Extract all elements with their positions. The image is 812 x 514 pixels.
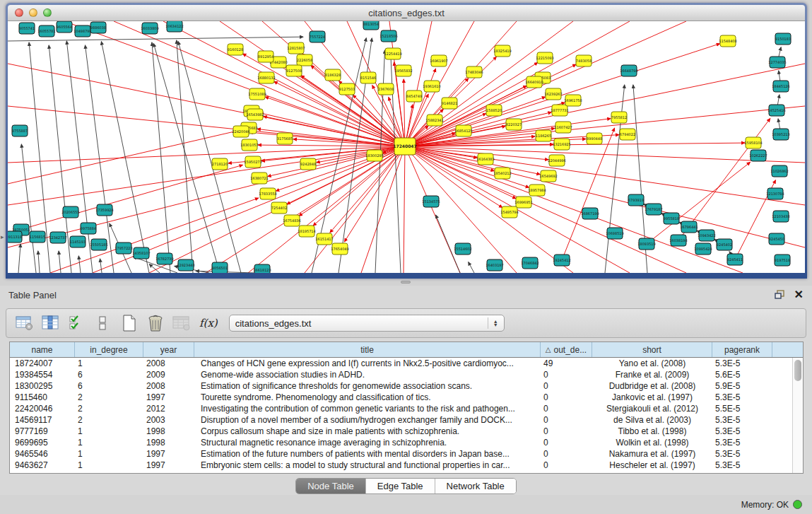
scrollbar-thumb[interactable] xyxy=(794,360,801,381)
column-header-name[interactable]: name xyxy=(10,342,75,357)
column-header-in-degree[interactable]: in_degree xyxy=(75,342,143,357)
tab-edge-table[interactable]: Edge Table xyxy=(366,479,435,493)
graph-node-label: 17483046 xyxy=(465,70,483,74)
window-titlebar[interactable]: citations_edges.txt xyxy=(8,5,805,21)
graph-node-label: 16854125 xyxy=(454,129,472,133)
row-height-button[interactable] xyxy=(92,313,114,334)
table-cell: Dudbridge et al. (2008) xyxy=(592,380,712,392)
table-row[interactable]: 977716911998Corpus callosum shape and si… xyxy=(10,426,803,437)
edge xyxy=(405,146,805,205)
table-vertical-scrollbar[interactable] xyxy=(792,358,803,474)
table-cell: 5.3E-5 xyxy=(712,460,772,471)
graph-node-label: 9160128 xyxy=(228,47,243,52)
column-header-year[interactable]: year xyxy=(143,342,194,357)
split-divider-handle[interactable] xyxy=(401,281,411,284)
graph-node-label: 16038194 xyxy=(669,238,687,243)
graph-node-label: 10498798 xyxy=(73,29,91,33)
column-header-pagerank[interactable]: pagerank xyxy=(712,342,772,357)
window-title: citations_edges.txt xyxy=(368,8,445,18)
graph-node-label: 22420046 xyxy=(232,129,249,134)
column-header-short[interactable]: short xyxy=(592,342,712,357)
graph-node-label: 14525416 xyxy=(767,108,785,112)
show-column-button[interactable] xyxy=(40,313,62,334)
graph-node-label: 15505185 xyxy=(90,243,107,247)
table-row[interactable]: 1938455462009Genome-wide association stu… xyxy=(10,369,803,380)
graph-node-label: 16403197 xyxy=(486,263,503,267)
table-cell: Investigating the contribution of common… xyxy=(194,403,541,414)
table-cell: 0 xyxy=(541,460,592,471)
graph-node-label: 9245411 xyxy=(727,257,743,262)
sort-ascending-icon: △ xyxy=(546,346,551,354)
graph-node-label: 7955812 xyxy=(611,115,627,119)
table-cell: Disruption of a novel member of a sodium… xyxy=(194,414,541,426)
table-cell: 5.3E-5 xyxy=(712,426,772,437)
split-divider[interactable] xyxy=(0,279,812,286)
graph-node-label: 12130784 xyxy=(766,192,784,196)
table-cell: 2 xyxy=(75,403,143,414)
float-panel-icon[interactable] xyxy=(775,290,786,300)
graph-node-label: 8813054 xyxy=(363,22,379,26)
table-cell: 2008 xyxy=(143,380,194,392)
graph-node-label: 18093519 xyxy=(637,242,655,246)
table-cell: 5.3E-5 xyxy=(712,448,772,460)
table-settings-button[interactable] xyxy=(13,313,36,334)
zoom-window-button[interactable] xyxy=(43,8,52,17)
table-cell: Hescheler et al. (1997) xyxy=(592,460,712,471)
column-header-out-degree[interactable]: △ out_de... xyxy=(541,342,592,357)
graph-node-label: 15134575 xyxy=(422,199,440,204)
graph-node-label: 16618123 xyxy=(253,268,271,272)
table-cell: 1998 xyxy=(143,437,194,448)
minimize-window-button[interactable] xyxy=(29,8,37,17)
table-row[interactable]: 1456911722003Disruption of a novel membe… xyxy=(10,414,803,426)
delete-table-button-disabled xyxy=(170,313,193,334)
table-row[interactable]: 1830029562008Estimation of significance … xyxy=(10,380,803,392)
graph-node-label: 18777731 xyxy=(551,108,568,112)
graph-node-label: 16380721 xyxy=(250,176,268,180)
function-builder-button[interactable]: f(x) xyxy=(199,317,218,329)
graph-node-label: 17679187 xyxy=(645,207,662,211)
table-source-dropdown[interactable]: citations_edges.txt ▲▼ xyxy=(229,315,505,332)
table-cell: 1997 xyxy=(143,392,194,403)
edge xyxy=(305,146,405,273)
graph-node-label: 16782739 xyxy=(155,257,173,261)
delete-trash-button[interactable] xyxy=(144,313,167,334)
panel-collapse-arrow-icon[interactable]: ▸ xyxy=(1,233,4,240)
table-row[interactable]: 946362711997Embryonic stem cells: a mode… xyxy=(10,460,803,471)
close-panel-icon[interactable]: ✕ xyxy=(794,289,804,300)
edge xyxy=(299,146,405,216)
table-cell: Corpus callosum shape and size in male p… xyxy=(194,426,541,437)
table-row[interactable]: 2242004622012Investigating the contribut… xyxy=(10,403,803,414)
edge xyxy=(405,146,540,175)
edge xyxy=(405,146,805,163)
table-cell: 0 xyxy=(541,414,592,426)
graph-node-label: 9150183 xyxy=(775,37,791,41)
table-row[interactable]: 911546021997Tourette syndrome. Phenomeno… xyxy=(10,392,803,403)
table-row[interactable]: 946554611997Estimation of the future num… xyxy=(10,448,803,460)
column-header-title[interactable]: title xyxy=(194,342,541,357)
network-canvas[interactable]: 9055741160557819605564104987989886038160… xyxy=(8,21,805,273)
graph-node-label: 8151546 xyxy=(360,76,376,80)
tab-node-table[interactable]: Node Table xyxy=(296,479,366,493)
select-columns-button[interactable] xyxy=(66,313,88,334)
table-cell: 1 xyxy=(75,460,143,471)
edge xyxy=(78,256,81,273)
graph-node-label: 16754836 xyxy=(283,218,300,223)
table-cell: 1 xyxy=(75,426,143,437)
graph-node-label: 16796441 xyxy=(680,225,698,229)
table-row[interactable]: 1872400712008Changes of HCN gene express… xyxy=(10,358,803,369)
edge xyxy=(8,37,303,41)
graph-node-label: 17654049 xyxy=(331,247,348,251)
graph-node-label: 1156815 xyxy=(30,235,45,239)
graph-node-label: 15514602 xyxy=(454,247,471,251)
tab-network-table[interactable]: Network Table xyxy=(435,479,516,493)
table-cell: 9699695 xyxy=(10,437,75,448)
edge xyxy=(21,144,36,273)
table-cell: Tourette syndrome. Phenomenology and cla… xyxy=(194,392,541,403)
new-table-button[interactable] xyxy=(118,313,141,334)
table-cell: Estimation of significance thresholds fo… xyxy=(194,380,541,392)
table-row[interactable]: 969969511998Structural magnetic resonanc… xyxy=(10,437,803,448)
graph-node-label: 19361610 xyxy=(423,84,440,88)
close-window-button[interactable] xyxy=(15,8,23,17)
table-panel-header: Table Panel ✕ xyxy=(0,286,812,304)
graph-node-label: 12103438 xyxy=(772,214,789,218)
